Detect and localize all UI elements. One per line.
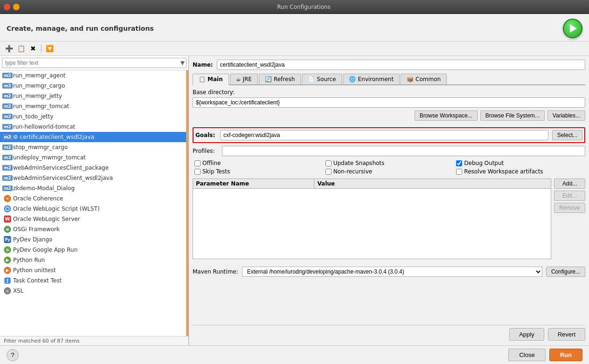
minimize-window-button[interactable]	[13, 4, 20, 10]
list-item-selected[interactable]: m2 ⚙️ certificateclient_wsdl2java	[0, 132, 188, 142]
debug-output-checkbox[interactable]	[456, 160, 462, 166]
list-item[interactable]: J Task Context Test	[0, 275, 188, 286]
skip-tests-checkbox[interactable]	[194, 169, 201, 175]
svg-text:☀: ☀	[6, 197, 9, 201]
maven-select[interactable]: External /home/lurodrig/developing/apach…	[242, 267, 542, 277]
new-config-button[interactable]: ➕	[4, 43, 14, 54]
list-item[interactable]: m2 stop_mwmgr_cargo	[0, 142, 188, 152]
list-item[interactable]: m2 undeploy_mwmgr_tomcat	[0, 152, 188, 163]
tab-refresh-label: Refresh	[274, 76, 295, 82]
list-item[interactable]: ▶ Python Run	[0, 255, 188, 265]
tab-common-icon: 📦	[407, 76, 414, 82]
main-window: Create, manage, and run configurations ➕…	[0, 14, 589, 364]
name-input[interactable]	[217, 60, 585, 70]
profiles-label: Profiles:	[193, 148, 218, 154]
list-item[interactable]: G PyDev Google App Run	[0, 245, 188, 255]
filter-button[interactable]: 🔽	[44, 43, 55, 54]
tab-main[interactable]: 📋 Main	[193, 74, 229, 85]
item-label: run-helloworld-tomcat	[13, 124, 75, 130]
close-window-button[interactable]	[4, 4, 10, 10]
titlebar: Run Configurations	[0, 0, 589, 14]
list-item[interactable]: m2 run_mwmgr_agent	[0, 70, 188, 81]
update-snapshots-checkbox[interactable]	[326, 160, 332, 166]
item-label: ⚙️ certificateclient_wsdl2java	[13, 134, 94, 140]
list-item[interactable]: m2 webAdminServicesClient_package	[0, 163, 188, 173]
svg-text:▶: ▶	[6, 258, 9, 262]
list-item[interactable]: m2 run-helloworld-tomcat	[0, 122, 188, 132]
non-recursive-checkbox[interactable]	[326, 169, 332, 175]
add-param-button[interactable]: Add...	[554, 179, 585, 189]
name-row: Name:	[193, 60, 585, 70]
duplicate-config-button[interactable]: 📋	[16, 43, 26, 54]
item-label: run_mwmgr_cargo	[13, 82, 65, 89]
tab-refresh[interactable]: 🔄 Refresh	[259, 74, 301, 84]
filter-input[interactable]	[2, 58, 187, 68]
filter-dropdown-icon[interactable]: ▼	[180, 60, 185, 66]
item-label: Oracle WebLogic Server	[13, 216, 80, 222]
bottom-action-buttons: Close Run	[508, 349, 582, 361]
list-item[interactable]: × XSL	[0, 286, 188, 296]
list-item[interactable]: m2 run_todo_jetty	[0, 111, 188, 122]
tab-main-label: Main	[208, 76, 223, 82]
tab-source[interactable]: 📄 Source	[302, 74, 342, 84]
list-item[interactable]: ⊕ OSGi Framework	[0, 224, 188, 234]
list-item[interactable]: Py PyDev Django	[0, 234, 188, 245]
goals-input[interactable]	[220, 130, 548, 140]
tab-jre[interactable]: ☕ JRE	[230, 74, 258, 84]
item-label: run_mwmgr_jetty	[13, 93, 62, 99]
base-dir-input[interactable]	[193, 97, 585, 108]
list-item[interactable]: W Oracle WebLogic Server	[0, 214, 188, 224]
browse-filesystem-button[interactable]: Browse File System...	[480, 110, 545, 121]
params-buttons: Add... Edit... Remove	[554, 179, 585, 213]
m2-icon: m2	[4, 123, 11, 130]
item-label: PyDev Google App Run	[13, 247, 77, 253]
list-item[interactable]: Oracle WebLogic Script (WLST)	[0, 204, 188, 214]
name-label: Name:	[193, 62, 213, 68]
configure-maven-button[interactable]: Configure...	[546, 267, 585, 277]
list-item-oracle-coherence[interactable]: ☀ Oracle Coherence	[0, 193, 188, 204]
run-config-button[interactable]: Run	[549, 349, 582, 361]
offline-checkbox[interactable]	[194, 160, 201, 166]
item-label: stop_mwmgr_cargo	[13, 144, 68, 151]
resolve-workspace-checkbox[interactable]	[456, 169, 462, 175]
list-item[interactable]: m2 run_mwmgr_tomcat	[0, 101, 188, 111]
m2-icon: m2	[4, 113, 11, 120]
params-table: Parameter Name Value	[193, 179, 551, 259]
tab-common[interactable]: 📦 Common	[401, 74, 447, 84]
m2-icon: m2	[4, 103, 11, 110]
base-dir-section: Base directory: Browse Workspace... Brow…	[193, 89, 585, 124]
edit-param-button[interactable]: Edit...	[554, 191, 585, 201]
tree-scroll-area[interactable]: m2 run_mwmgr_agent m2 run_mwmgr_cargo m2…	[0, 70, 188, 336]
remove-param-button[interactable]: Remove	[554, 203, 585, 213]
list-item[interactable]: m2 webAdminServicesClient_wsdl2java	[0, 173, 188, 183]
list-item[interactable]: m2 zkdemo-Modal_Dialog	[0, 183, 188, 193]
base-dir-row	[193, 97, 585, 108]
params-section: Parameter Name Value Add... Edit... Remo…	[193, 179, 585, 263]
list-item[interactable]: ▶ Python unittest	[0, 265, 188, 275]
right-panel: Name: 📋 Main ☕ JRE 🔄 Refresh 📄	[189, 56, 589, 345]
apply-button[interactable]: Apply	[509, 328, 544, 341]
svg-text:W: W	[5, 217, 10, 221]
list-item[interactable]: m2 run_mwmgr_jetty	[0, 91, 188, 101]
run-button[interactable]	[563, 19, 582, 38]
list-item[interactable]: m2 run_mwmgr_cargo	[0, 81, 188, 91]
left-panel: ▼ m2 run_mwmgr_agent m2 run_mwmgr_cargo …	[0, 56, 189, 345]
variables-button[interactable]: Variables...	[547, 110, 585, 121]
m2-icon: m2	[4, 154, 11, 161]
profiles-input[interactable]	[222, 146, 585, 156]
tab-source-label: Source	[317, 76, 336, 82]
delete-config-button[interactable]: ✖	[28, 43, 38, 54]
tab-environment[interactable]: 🌐 Environment	[343, 74, 400, 84]
resolve-workspace-label: Resolve Workspace artifacts	[464, 168, 543, 175]
item-label: Task Context Test	[13, 277, 62, 284]
close-button[interactable]: Close	[508, 349, 545, 361]
pydev2-icon: G	[4, 246, 11, 254]
goals-select-button[interactable]: Select...	[552, 130, 582, 140]
titlebar-title: Run Configurations	[22, 4, 585, 10]
browse-workspace-button[interactable]: Browse Workspace...	[415, 110, 478, 121]
scrollbar-indicator	[186, 70, 188, 336]
help-button[interactable]: ?	[7, 349, 19, 361]
revert-button[interactable]: Revert	[548, 328, 585, 341]
param-col-value-header: Value	[314, 179, 551, 188]
m2-icon: m2	[4, 144, 11, 151]
